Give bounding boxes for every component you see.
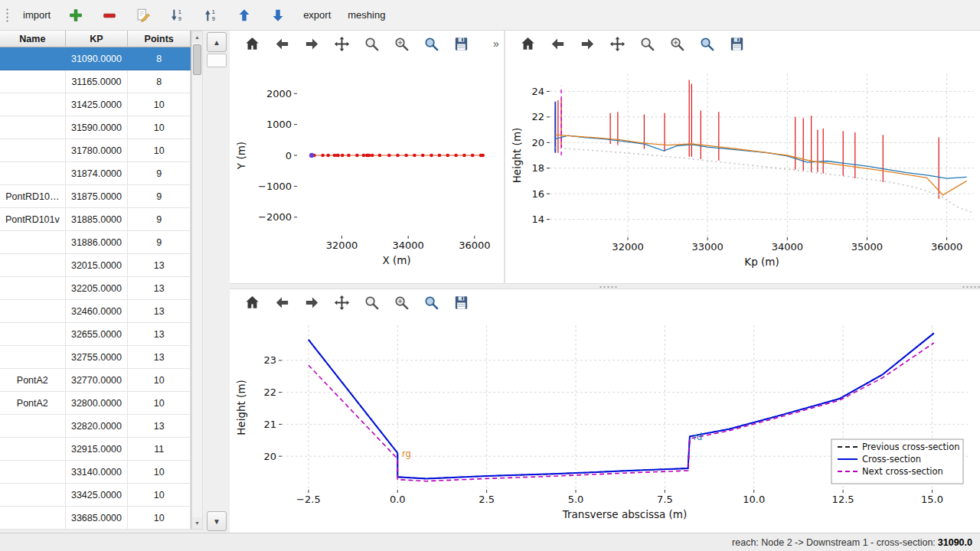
forward-button[interactable] xyxy=(302,292,322,312)
profile-view-chart[interactable]: 3200033000340003500036000141618202224Kp … xyxy=(505,57,980,283)
forward-button[interactable] xyxy=(577,34,597,54)
cell-name xyxy=(0,507,66,530)
cell-points: 13 xyxy=(128,323,191,346)
table-row[interactable]: 31590.000010 xyxy=(0,116,191,139)
table-row[interactable]: 32820.000013 xyxy=(0,415,191,438)
back-button[interactable] xyxy=(547,34,567,54)
panel-scroll-down-button[interactable]: ▼ xyxy=(207,511,227,531)
table-row[interactable]: PontA232800.000010 xyxy=(0,392,191,415)
zoom-button[interactable] xyxy=(361,292,381,312)
plan-view-figure[interactable]: 320003400036000−2000−1000010002000X (m)Y… xyxy=(230,57,504,283)
column-header-name[interactable]: Name xyxy=(0,31,66,47)
panel-scroll-up-button[interactable]: ▲ xyxy=(207,32,227,52)
toolbar-grip[interactable] xyxy=(5,7,8,24)
cell-kp: 31090.0000 xyxy=(66,47,129,70)
svg-text:−1000: −1000 xyxy=(258,181,292,192)
splitter-grip[interactable] xyxy=(962,285,980,289)
save-button[interactable] xyxy=(451,34,471,54)
move-down-button[interactable] xyxy=(264,5,292,26)
zoom-select-button[interactable] xyxy=(421,292,441,312)
cell-points: 11 xyxy=(128,438,191,461)
home-button[interactable] xyxy=(242,34,262,54)
home-button[interactable] xyxy=(242,292,262,312)
forward-button[interactable] xyxy=(302,34,322,54)
table-row[interactable]: 32205.000013 xyxy=(0,277,191,300)
svg-text:12.5: 12.5 xyxy=(832,494,854,505)
table-row[interactable]: 31886.00009 xyxy=(0,231,191,254)
cross-section-markers xyxy=(446,154,449,158)
remove-button[interactable] xyxy=(96,5,123,26)
sort-descending-button[interactable]: 19 xyxy=(163,5,191,26)
zoom-button[interactable] xyxy=(637,34,657,54)
zoom-select-icon xyxy=(698,35,716,53)
plan-view-toolbar xyxy=(230,31,504,57)
back-button[interactable] xyxy=(272,292,292,312)
profile-view-figure[interactable]: 3200033000340003500036000141618202224Kp … xyxy=(505,57,980,283)
zoom-mark-button[interactable] xyxy=(391,292,411,312)
table-row[interactable]: 33140.000010 xyxy=(0,461,191,484)
toolbar-overflow-button[interactable]: » xyxy=(490,35,502,52)
cell-kp: 31780.0000 xyxy=(66,139,129,162)
cross-section-markers xyxy=(471,154,475,158)
add-button[interactable] xyxy=(62,5,90,26)
table-row[interactable]: 32755.000013 xyxy=(0,346,191,369)
meshing-button[interactable]: meshing xyxy=(342,5,390,26)
table-row[interactable]: 31425.000010 xyxy=(0,93,191,116)
cell-name xyxy=(0,323,66,346)
table-row[interactable]: 33685.000010 xyxy=(0,507,191,530)
zoom-mark-button[interactable] xyxy=(391,34,411,54)
export-button[interactable]: export xyxy=(298,5,336,26)
panel-scrollbar-thumb[interactable] xyxy=(207,54,227,67)
pan-button[interactable] xyxy=(607,34,627,54)
plan-view-chart[interactable]: 320003400036000−2000−1000010002000X (m)Y… xyxy=(230,57,504,283)
import-button[interactable]: import xyxy=(18,5,56,26)
pan-button[interactable] xyxy=(332,292,351,312)
cell-name xyxy=(0,162,66,185)
cross-section-markers xyxy=(404,154,408,158)
svg-text:10.0: 10.0 xyxy=(743,494,765,505)
horizontal-splitter[interactable] xyxy=(230,283,980,289)
panel-scrollbar[interactable]: ▲ ▼ xyxy=(205,31,228,533)
cell-name: PontA2 xyxy=(0,369,66,392)
back-icon xyxy=(273,294,291,311)
table-row[interactable]: 31090.00008 xyxy=(0,47,191,70)
plots-area: » 320003400036000−2000−1000010002000X (m… xyxy=(230,31,980,533)
zoom-mark-button[interactable] xyxy=(667,34,687,54)
back-button[interactable] xyxy=(272,34,292,54)
table-row[interactable]: 31780.000010 xyxy=(0,139,191,162)
table-row[interactable]: 31874.00009 xyxy=(0,162,191,185)
column-header-points[interactable]: Points xyxy=(128,31,191,47)
zoom-button[interactable] xyxy=(361,34,381,54)
save-button[interactable] xyxy=(727,34,746,54)
cross-section-chart[interactable]: −2.50.02.55.07.510.012.515.020212223Tran… xyxy=(230,315,980,533)
splitter-grip[interactable] xyxy=(599,285,619,289)
table-row[interactable]: 32460.000013 xyxy=(0,300,191,323)
cross-section-markers xyxy=(336,154,340,158)
edit-button[interactable] xyxy=(129,5,157,26)
scroll-up-icon[interactable]: ▲ xyxy=(192,31,202,43)
table-scrollbar[interactable]: ▲ ▼ xyxy=(191,31,203,530)
table-row[interactable]: 32015.000013 xyxy=(0,254,191,277)
table-row[interactable]: 32915.000011 xyxy=(0,438,191,461)
save-button[interactable] xyxy=(451,292,471,312)
pan-button[interactable] xyxy=(332,34,351,54)
table-row[interactable]: 33425.000010 xyxy=(0,484,191,507)
column-header-kp[interactable]: KP xyxy=(66,31,129,47)
table-row[interactable]: PontA232770.000010 xyxy=(0,369,191,392)
home-button[interactable] xyxy=(518,34,537,54)
zoom-select-button[interactable] xyxy=(421,34,441,54)
svg-text:Kp (m): Kp (m) xyxy=(744,256,779,268)
cross-section-markers xyxy=(347,154,351,158)
table-row[interactable]: PontRD10…31875.00009 xyxy=(0,185,191,208)
zoom-select-button[interactable] xyxy=(697,34,717,54)
move-up-icon xyxy=(236,7,253,24)
table-row[interactable]: PontRD101v31885.00009 xyxy=(0,208,191,231)
cell-points: 13 xyxy=(128,300,191,323)
table-row[interactable]: 31165.00008 xyxy=(0,70,191,93)
move-up-button[interactable] xyxy=(230,5,258,26)
sort-ascending-button[interactable]: 19 xyxy=(197,5,224,26)
table-scrollbar-thumb[interactable] xyxy=(193,44,201,75)
scroll-down-icon[interactable]: ▼ xyxy=(192,517,202,529)
cross-section-figure[interactable]: −2.50.02.55.07.510.012.515.020212223Tran… xyxy=(230,315,980,533)
table-row[interactable]: 32655.000013 xyxy=(0,323,191,346)
